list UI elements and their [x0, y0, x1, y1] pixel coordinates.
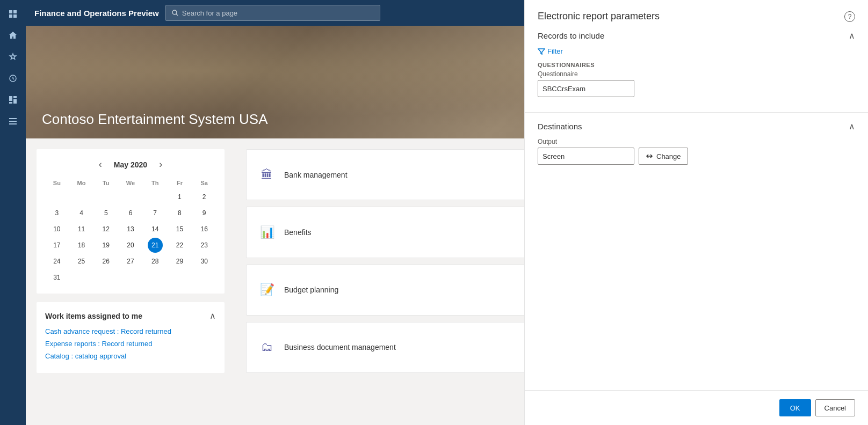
chevron-right-icon [159, 160, 162, 169]
questionnaires-label: QUESTIONNAIRES [538, 62, 855, 68]
calendar-day [197, 270, 212, 285]
calendar-day[interactable]: 21 [148, 238, 163, 253]
svg-rect-10 [9, 121, 17, 122]
calendar-day-header: Tu [94, 178, 118, 188]
calendar-day[interactable]: 8 [172, 206, 187, 221]
records-collapse-button[interactable] [849, 31, 855, 41]
tile-label: Business document management [284, 343, 396, 351]
tile-label: Benefits [284, 228, 312, 237]
tile-label: Bank management [284, 171, 348, 179]
destinations-section-header: Destinations [538, 121, 855, 131]
calendar-day[interactable]: 19 [98, 238, 113, 253]
workspace-icon[interactable] [3, 90, 23, 109]
calendar-day[interactable]: 13 [123, 222, 138, 237]
calendar-grid: SuMoTuWeThFrSa12345678910111213141516171… [45, 178, 216, 285]
calendar-day[interactable]: 29 [172, 254, 187, 269]
destinations-section-title: Destinations [538, 122, 582, 131]
filter-label: Filter [547, 47, 563, 55]
module-tile[interactable]: 📊 Benefits [246, 207, 548, 258]
questionnaire-field-group: Questionnaire [538, 70, 855, 97]
calendar-day [172, 270, 187, 285]
questionnaire-sublabel: Questionnaire [538, 70, 855, 78]
calendar-day [148, 270, 163, 285]
left-panel: May 2020 SuMoTuWeThFrSa12345678910111213… [26, 138, 235, 384]
questionnaire-input[interactable] [538, 80, 634, 97]
tile-icon: 🗂 [257, 338, 277, 357]
work-items-list: Cash advance request : Record returnedEx… [45, 327, 216, 360]
calendar-day[interactable]: 1 [172, 189, 187, 204]
calendar-day[interactable]: 22 [172, 238, 187, 253]
calendar-day[interactable]: 12 [98, 222, 113, 237]
output-input[interactable] [538, 148, 634, 165]
calendar-day[interactable]: 28 [148, 254, 163, 269]
output-field-group: Output Change [538, 138, 855, 165]
calendar-day[interactable]: 11 [74, 222, 89, 237]
calendar-day[interactable]: 10 [49, 222, 64, 237]
list-icon[interactable] [3, 112, 23, 131]
calendar-day[interactable]: 18 [74, 238, 89, 253]
calendar-day[interactable]: 17 [49, 238, 64, 253]
calendar-next-button[interactable] [156, 158, 165, 171]
calendar-day[interactable]: 16 [197, 222, 212, 237]
svg-rect-3 [13, 14, 17, 18]
records-section-header: Records to include [538, 31, 855, 41]
calendar-day[interactable]: 27 [123, 254, 138, 269]
work-item-link[interactable]: Cash advance request : Record returned [45, 327, 216, 335]
work-item-link[interactable]: Catalog : catalog approval [45, 352, 216, 360]
tile-label: Budget planning [284, 285, 338, 294]
calendar-day[interactable]: 3 [49, 206, 64, 221]
calendar-day-header: Sa [192, 178, 216, 188]
search-bar[interactable]: Search for a page [165, 5, 380, 21]
filter-button[interactable]: Filter [538, 47, 563, 55]
calendar-day[interactable]: 20 [123, 238, 138, 253]
change-button[interactable]: Change [639, 148, 688, 165]
banner-title: Contoso Entertainment System USA [42, 111, 268, 128]
work-items-collapse-button[interactable] [209, 311, 216, 321]
calendar-day[interactable]: 6 [123, 206, 138, 221]
calendar-day-header: Th [143, 178, 167, 188]
svg-rect-5 [9, 96, 12, 101]
calendar-day[interactable]: 5 [98, 206, 113, 221]
calendar-day[interactable]: 4 [74, 206, 89, 221]
destinations-collapse-button[interactable] [849, 121, 855, 131]
calendar-day[interactable]: 24 [49, 254, 64, 269]
calendar-day-header: Fr [168, 178, 192, 188]
ok-button[interactable]: OK [779, 399, 811, 416]
panel-body: Records to include Filter QUESTIONNAIRES… [525, 22, 868, 390]
calendar-day [98, 189, 113, 204]
right-panel: Electronic report parameters ? Records t… [524, 0, 868, 425]
calendar-day[interactable]: 31 [49, 270, 64, 285]
svg-rect-11 [9, 123, 17, 124]
svg-rect-2 [9, 14, 12, 18]
cancel-button[interactable]: Cancel [815, 399, 855, 416]
calendar-header: May 2020 [45, 158, 216, 171]
calendar-day [148, 189, 163, 204]
calendar-day[interactable]: 23 [197, 238, 212, 253]
calendar-day [74, 270, 89, 285]
grid-icon[interactable] [3, 4, 23, 24]
work-item-link[interactable]: Expense reports : Record returned [45, 340, 216, 348]
calendar-day[interactable]: 2 [197, 189, 212, 204]
calendar-day[interactable]: 14 [148, 222, 163, 237]
calendar-day [49, 189, 64, 204]
change-icon [646, 152, 653, 160]
panel-footer: OK Cancel [525, 390, 868, 425]
module-tile[interactable]: 📝 Budget planning [246, 265, 548, 316]
favorites-icon[interactable] [3, 47, 23, 67]
output-row: Change [538, 148, 855, 165]
tile-icon: 📝 [257, 280, 277, 299]
home-icon[interactable] [3, 26, 23, 45]
calendar-day[interactable]: 9 [197, 206, 212, 221]
calendar-day[interactable]: 26 [98, 254, 113, 269]
calendar-prev-button[interactable] [96, 158, 105, 171]
calendar-day[interactable]: 30 [197, 254, 212, 269]
svg-point-12 [172, 10, 177, 14]
recent-icon[interactable] [3, 69, 23, 88]
module-tile[interactable]: 🏛 Bank management [246, 149, 548, 200]
module-tile[interactable]: 🗂 Business document management [246, 322, 548, 373]
calendar-day[interactable]: 15 [172, 222, 187, 237]
chevron-left-icon [99, 160, 102, 169]
help-icon[interactable]: ? [844, 11, 855, 22]
calendar-day[interactable]: 25 [74, 254, 89, 269]
calendar-day[interactable]: 7 [148, 206, 163, 221]
